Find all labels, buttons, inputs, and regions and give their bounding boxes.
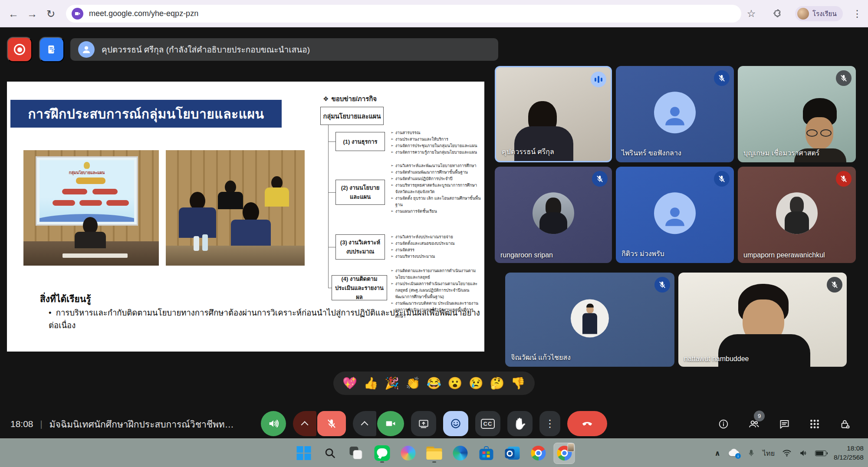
mic-muted-icon [714,171,730,187]
participant-tile[interactable]: umpaporn peerawanichkul [738,167,856,263]
diagram-bullet: ➢งานจัดทำแผนปฏิบัติการประจำปี [391,175,481,182]
more-options-button[interactable]: ⋮ [539,411,560,436]
back-icon[interactable]: ← [5,0,22,27]
camera-options-chevron[interactable] [353,411,376,436]
diagram-bullet: ➢งานแผนการจัดชั้นเรียน [391,208,481,214]
camera-control-group [353,411,404,436]
address-bar[interactable]: meet.google.com/yhe-eqpz-pzn [66,5,741,23]
taskbar-clock[interactable]: 18:08 8/12/2568 [834,444,864,462]
bookmark-star-icon[interactable]: ☆ [743,0,760,27]
annotate-doc-icon [46,44,57,55]
participant-name: umpaporn peerawanichkul [743,251,825,259]
tray-mic-icon[interactable] [747,449,755,457]
participant-name: nattawut nambuddee [684,355,749,363]
hand-icon: ✋ [513,417,527,431]
participant-name: บุญเกษม เชื่อมวราศาสตร์ [743,148,819,158]
taskbar-time: 18:08 [834,444,864,453]
volume-icon[interactable] [799,449,808,457]
wifi-icon[interactable] [782,449,792,457]
extensions-puzzle-icon[interactable] [769,0,786,27]
copilot-icon [401,446,415,460]
diagram-root-box: กลุ่มนโยบายและแผน [320,107,384,125]
reaction-button[interactable]: 👏 [406,378,421,389]
mic-options-chevron[interactable] [293,411,316,436]
participants-panel-button[interactable]: 9 [747,418,760,431]
presenter-avatar-icon [78,41,95,58]
mic-off-button[interactable] [317,411,346,436]
language-indicator[interactable]: ไทย [763,448,775,459]
participant-tile[interactable]: ไพรินทร์ ขอฟังกลาง [616,66,734,162]
present-screen-button[interactable] [411,411,436,436]
participant-name: ไพรินทร์ ขอฟังกลาง [621,148,681,158]
diagram-node-3: (3) งานวิเคราะห์ งบประมาณ [335,234,385,260]
participant-tile[interactable]: rungaroon sripan [495,167,612,263]
reaction-button[interactable]: 😮 [448,378,463,389]
annotation-button[interactable] [39,37,64,62]
captions-button[interactable]: CC [475,411,500,436]
mic-muted-icon [836,70,852,86]
participant-tile[interactable]: กิติวร ม่วงพรับ [616,167,734,263]
recording-indicator-button[interactable] [7,37,32,62]
end-call-icon [581,417,594,430]
participant-tile[interactable]: บุญเกษม เชื่อมวราศาสตร์ [738,66,856,162]
forward-icon[interactable]: → [24,0,40,27]
url-text: meet.google.com/yhe-eqpz-pzn [89,9,198,18]
participant-tile[interactable]: nattawut nambuddee [678,273,847,367]
onedrive-cloud-icon[interactable]: i [728,449,740,457]
taskbar-line-app[interactable] [372,443,392,464]
learned-heading: สิ่งที่ได้เรียนรู้ [40,292,91,306]
diagram-bullet: ➢งานจัดการประชุมภายในกลุ่มนโยบายและแผน [391,142,481,149]
hidden-icons-chevron[interactable]: ∧ [714,449,720,458]
diagram-bullet: ➢งานบริหารงบประมาณ [391,253,481,260]
task-view-button[interactable] [346,443,366,464]
diagram-bullet: ➢งานบริหารยุทธศาสตร์และบูรณาการการศึกษาจ… [391,182,481,195]
taskbar-ms-store[interactable] [476,443,496,464]
reaction-button[interactable]: 👎 [511,378,526,389]
camera-on-button[interactable] [377,411,404,436]
raise-hand-button[interactable]: ✋ [507,411,533,436]
battery-icon[interactable] [815,451,826,456]
start-button[interactable] [294,443,314,464]
reactions-bar: 💖👍🎉👏😂😮😢🤔👎 [333,372,535,395]
divider: | [40,419,43,429]
mic-off-icon [326,418,337,429]
windows-logo-icon [297,446,311,460]
taskbar-copilot-app[interactable] [398,443,418,464]
chat-panel-button[interactable] [778,418,791,431]
reaction-button[interactable]: 😂 [427,378,441,389]
taskbar-edge-app[interactable] [450,443,470,464]
taskbar-chrome-app[interactable] [528,443,549,464]
reaction-button[interactable]: 😢 [469,378,483,389]
reaction-button[interactable]: 🤔 [490,378,504,389]
photo-avatar [776,192,818,234]
speaker-volume-button[interactable] [261,411,286,436]
activities-button[interactable] [808,418,821,431]
profile-avatar [797,8,809,20]
taskbar-outlook-app[interactable] [502,443,523,464]
diagram-bullet: ➢งานวิเคราะห์และพัฒนานโยบายทางการศึกษา [391,162,481,169]
end-call-button[interactable] [567,411,607,436]
mic-muted-icon [836,171,852,187]
reactions-button-active[interactable] [443,411,468,436]
participant-tile[interactable]: จิณวัฒน์ แก้วไชยสง [505,273,674,367]
taskbar-search-button[interactable] [320,443,340,464]
reaction-button[interactable]: 🎉 [385,378,399,389]
meeting-details-button[interactable] [717,418,730,431]
host-controls-button[interactable] [838,418,852,431]
browser-profile-chip[interactable]: โรงเรียน [795,6,843,21]
reload-icon[interactable]: ↻ [43,0,59,27]
diagram-heading: ❖ขอบข่าย/ภารกิจ [323,94,377,104]
taskbar-file-explorer[interactable] [424,443,444,464]
chat-icon [779,418,790,430]
diagram-node-4: (4) งานติดตาม ประเมินและรายงานผล [332,275,387,300]
mic-control-group [293,411,346,436]
reaction-button[interactable]: 💖 [342,378,357,389]
reaction-button[interactable]: 👍 [364,378,378,389]
diagram-spine-line [328,125,329,288]
profile-label: โรงเรียน [812,9,837,19]
taskbar-chrome-active-window[interactable] [554,443,575,464]
participant-tile[interactable]: คุปตวรรธน์ ศรีกุล [495,66,612,162]
browser-toolbar: ← → ↻ meet.google.com/yhe-eqpz-pzn ☆ โรง… [0,0,868,27]
browser-menu-icon[interactable]: ⋮ [849,0,865,27]
outlook-icon [505,446,519,460]
